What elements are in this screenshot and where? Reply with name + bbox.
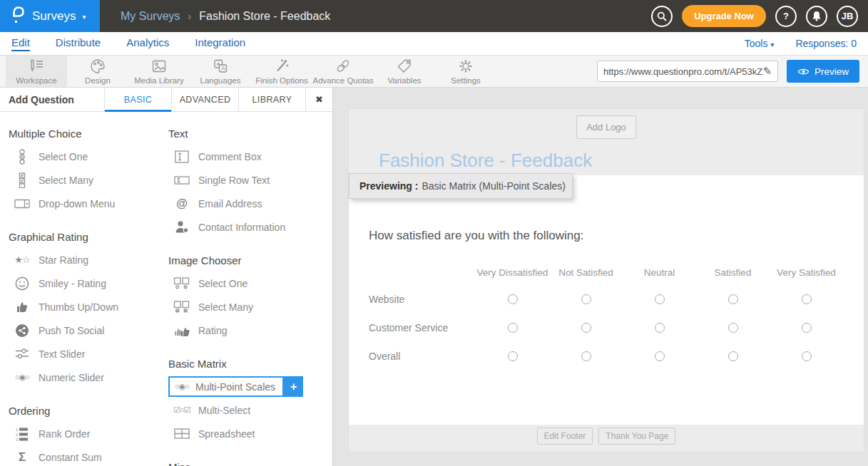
image-select-many-icon <box>173 301 191 313</box>
edit-url-pencil-icon[interactable]: ✎ <box>762 65 772 78</box>
svg-text:2: 2 <box>16 433 19 437</box>
radio-button-website-satisfied[interactable] <box>728 294 738 304</box>
question-type-star-rating[interactable]: ★☆Star Rating <box>9 248 168 271</box>
radio-button-overall-satisfied[interactable] <box>728 351 738 361</box>
help-button[interactable]: ? <box>775 6 797 27</box>
radio-button-customer-service-very-satisfied[interactable] <box>802 323 812 333</box>
radio-button-customer-service-not-satisfied[interactable] <box>581 323 591 333</box>
toolbar-item-variables[interactable]: Variables <box>374 56 435 87</box>
toolbar-item-advance-quotas[interactable]: Advance Quotas <box>312 56 374 87</box>
breadcrumb-separator: › <box>188 11 192 22</box>
breadcrumb: My Surveys › Fashion Store - Feedback <box>121 0 330 32</box>
question-type-rating[interactable]: Rating <box>168 319 328 342</box>
question-type-thumbs-up-down[interactable]: Thumbs Up/Down <box>9 295 168 319</box>
tab-library[interactable]: LIBRARY <box>238 88 305 111</box>
question-type-smiley-rating[interactable]: Smiley - Rating <box>9 271 168 295</box>
question-type-email-address[interactable]: @Email Address <box>168 192 328 215</box>
search-icon <box>657 11 667 21</box>
survey-url-input[interactable] <box>603 66 762 77</box>
section-title: Basic Matrix <box>168 358 328 371</box>
toolbar-item-languages[interactable]: ALanguages <box>190 56 251 87</box>
toolbar-item-label: Design <box>85 76 111 85</box>
radio-button-website-not-satisfied[interactable] <box>581 294 591 304</box>
search-button[interactable] <box>651 6 673 27</box>
matrix-radio-cell <box>476 285 549 314</box>
matrix-column-header: Satisfied <box>696 259 770 285</box>
toolbar-item-label: Languages <box>200 76 241 85</box>
nav-item-distribute[interactable]: Distribute <box>56 36 101 51</box>
dropdown-menu-icon <box>13 199 31 209</box>
question-type-multi-select[interactable]: ☑○☑Multi-Select <box>168 398 328 422</box>
question-type-label: Multi-Select <box>198 405 250 416</box>
close-panel-button[interactable]: ✖ <box>305 88 332 111</box>
spreadsheet-icon <box>173 428 191 439</box>
question-type-rank-order[interactable]: 123Rank Order <box>9 422 168 445</box>
add-question-plus-button[interactable]: + <box>284 376 303 397</box>
question-type-drop-down-menu[interactable]: Drop-down Menu <box>9 192 168 215</box>
question-type-comment-box[interactable]: Comment Box <box>168 145 328 168</box>
radio-button-website-very-satisfied[interactable] <box>802 294 812 304</box>
toolbar-item-workspace[interactable]: Workspace <box>6 56 67 87</box>
question-type-spreadsheet[interactable]: Spreadsheet <box>168 422 328 445</box>
upgrade-now-button[interactable]: Upgrade Now <box>682 5 766 27</box>
question-type-select-one[interactable]: Select One <box>168 271 328 295</box>
radio-button-overall-very-dissatisfied[interactable] <box>508 351 518 361</box>
thank-you-page-button[interactable]: Thank You Page <box>598 428 675 445</box>
question-type-label: Single Row Text <box>198 175 270 186</box>
responses-count[interactable]: Responses: 0 <box>795 38 857 49</box>
toolbar-item-media-library[interactable]: Media Library <box>128 56 190 87</box>
toolbar-item-settings[interactable]: Settings <box>435 56 496 87</box>
preview-button[interactable]: Preview <box>787 60 859 83</box>
nav-item-integration[interactable]: Integration <box>195 36 245 51</box>
radio-button-customer-service-neutral[interactable] <box>655 323 665 333</box>
toolbar-item-finish-options[interactable]: Finish Options <box>251 56 312 87</box>
matrix-radio-cell <box>770 342 843 371</box>
question-type-push-to-social[interactable]: Push To Social <box>9 319 168 342</box>
nav-item-analytics[interactable]: Analytics <box>126 36 169 51</box>
question-type-select-many[interactable]: Select Many <box>168 295 328 319</box>
avatar-initials: JB <box>842 11 854 21</box>
section-title: Image Chooser <box>168 254 328 267</box>
add-logo-button[interactable]: Add Logo <box>576 115 636 139</box>
radio-button-website-neutral[interactable] <box>655 294 665 304</box>
radio-button-overall-not-satisfied[interactable] <box>581 351 591 361</box>
tab-basic[interactable]: BASIC <box>104 88 171 111</box>
question-type-text-slider[interactable]: Text Slider <box>9 342 168 366</box>
survey-title[interactable]: Fashion Store - Feedback <box>379 150 592 172</box>
matrix-radio-cell <box>549 342 623 371</box>
tools-dropdown[interactable]: Tools ▾ <box>745 38 775 49</box>
matrix-radio-cell <box>623 285 696 314</box>
question-type-multi-point-scales[interactable]: ○◉○Multi-Point Scales <box>168 376 284 397</box>
question-type-single-row-text[interactable]: Single Row Text <box>168 168 328 192</box>
radio-button-overall-neutral[interactable] <box>655 351 665 361</box>
question-type-label: Comment Box <box>198 151 262 162</box>
question-type-numeric-slider[interactable]: ○◉○Numeric Slider <box>9 366 168 389</box>
edit-footer-button[interactable]: Edit Footer <box>537 428 593 445</box>
matrix-table: Very DissatisfiedNot SatisfiedNeutralSat… <box>369 259 864 371</box>
languages-icon: A <box>212 58 229 75</box>
question-type-select-one[interactable]: Select One <box>9 145 168 168</box>
product-switcher[interactable]: Surveys ▾ <box>0 0 100 32</box>
avatar[interactable]: JB <box>837 6 858 27</box>
radio-button-customer-service-satisfied[interactable] <box>728 323 738 333</box>
matrix-radio-cell <box>549 314 623 342</box>
radio-button-overall-very-satisfied[interactable] <box>802 351 812 361</box>
tab-advanced[interactable]: ADVANCED <box>171 88 238 111</box>
nav-item-edit[interactable]: Edit <box>11 36 30 51</box>
settings-icon <box>457 58 474 75</box>
notifications-button[interactable] <box>806 6 827 27</box>
breadcrumb-my-surveys[interactable]: My Surveys <box>121 10 180 23</box>
radio-button-website-very-dissatisfied[interactable] <box>508 294 518 304</box>
radio-button-customer-service-very-dissatisfied[interactable] <box>508 323 518 333</box>
section-title: Multiple Choice <box>9 128 168 140</box>
breadcrumb-current-survey: Fashion Store - Feedback <box>199 10 330 23</box>
section-title: Graphical Rating <box>9 231 168 244</box>
smiley-icon <box>13 276 31 291</box>
question-type-select-many[interactable]: Select Many <box>9 168 168 192</box>
question-type-label: Constant Sum <box>39 452 102 463</box>
question-type-constant-sum[interactable]: ΣConstant Sum <box>9 445 168 466</box>
question-type-contact-information[interactable]: Contact Information <box>168 215 328 239</box>
nav-right: Tools ▾ Responses: 0 <box>745 38 857 49</box>
toolbar-item-design[interactable]: Design <box>67 56 128 87</box>
image-select-one-icon <box>173 277 191 289</box>
